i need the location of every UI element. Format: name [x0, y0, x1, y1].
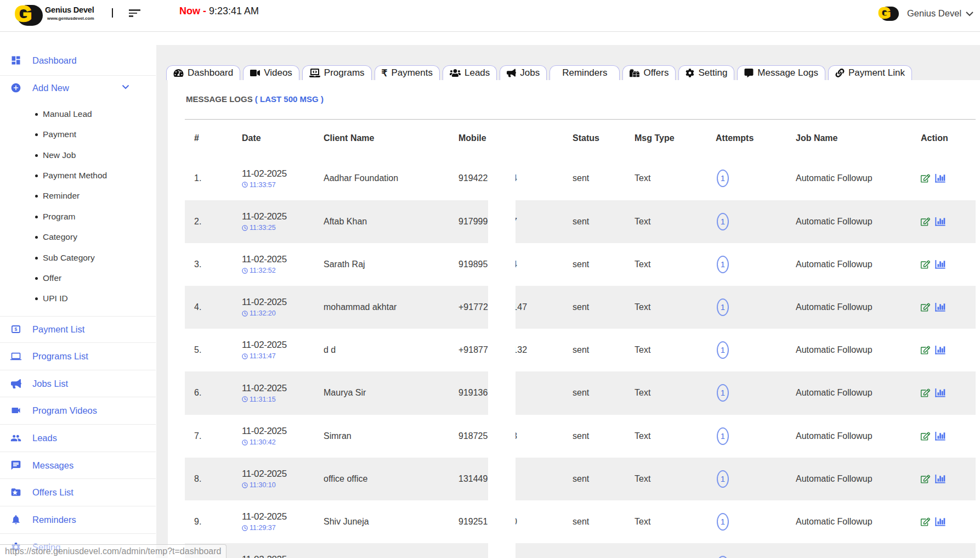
svg-text:$: $	[15, 326, 18, 332]
